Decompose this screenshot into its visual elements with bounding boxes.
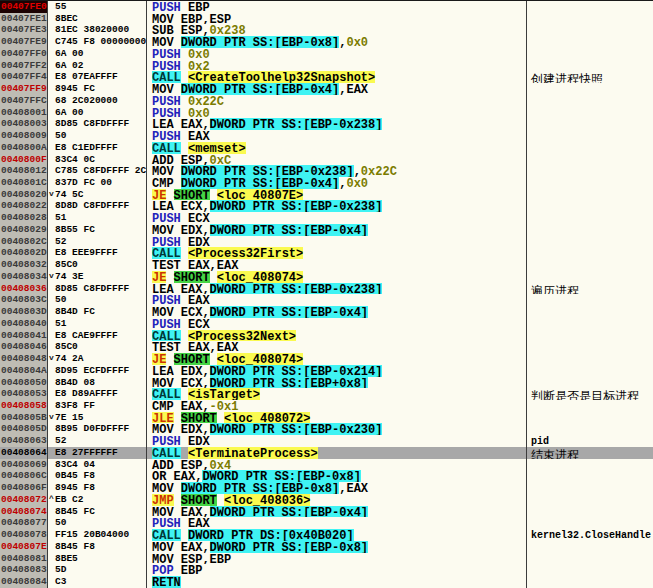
- address-cell[interactable]: 0040807E: [0, 541, 48, 553]
- asm-row[interactable]: 00407FF4E8 07EAFFFFCALL <CreateToolhelp3…: [0, 71, 653, 83]
- asm-row[interactable]: 004080038D85 C8FDFFFFLEA EAX,DWORD PTR S…: [0, 118, 653, 130]
- asm-row[interactable]: 0040807750PUSH EAX: [0, 517, 653, 529]
- asm-row[interactable]: 00408020v74 5CJE SHORT <loc_40807E>: [0, 189, 653, 201]
- address-cell[interactable]: 0040806F: [0, 482, 48, 494]
- address-cell[interactable]: 00408058: [0, 400, 48, 412]
- address-cell[interactable]: 0040806C: [0, 470, 48, 482]
- asm-row[interactable]: 0040804685C0TEST EAX,EAX: [0, 341, 653, 353]
- asm-row[interactable]: 00408064E8 27FFFFFFCALL <TerminateProces…: [0, 447, 653, 459]
- asm-row[interactable]: 0040806F8945 F8MOV DWORD PTR SS:[EBP-0x8…: [0, 482, 653, 494]
- asm-row[interactable]: 004080835DPOP EBP: [0, 564, 653, 576]
- address-cell[interactable]: 00408053: [0, 388, 48, 400]
- asm-row[interactable]: 004080228D8D C8FDFFFFLEA ECX,DWORD PTR S…: [0, 200, 653, 212]
- asm-row[interactable]: 00408034v74 3EJE SHORT <loc_408074>: [0, 271, 653, 283]
- address-cell[interactable]: 00408040: [0, 318, 48, 330]
- asm-row[interactable]: 0040800950PUSH EAX: [0, 130, 653, 142]
- asm-row[interactable]: 004080368D85 C8FDFFFFLEA EAX,DWORD PTR S…: [0, 283, 653, 295]
- asm-row[interactable]: 00407FE18BECMOV EBP,ESP: [0, 13, 653, 25]
- address-cell[interactable]: 0040800A: [0, 142, 48, 154]
- asm-row[interactable]: 0040804A8D95 ECFDFFFFLEA EDX,DWORD PTR S…: [0, 365, 653, 377]
- asm-row[interactable]: 0040803C50PUSH EAX: [0, 294, 653, 306]
- asm-row[interactable]: 0040802DE8 EEE9FFFFCALL <Process32First>: [0, 247, 653, 259]
- asm-row[interactable]: 00407FE9C745 F8 00000000MOV DWORD PTR SS…: [0, 36, 653, 48]
- address-cell[interactable]: 0040801C: [0, 177, 48, 189]
- address-cell[interactable]: 00408020: [0, 189, 48, 201]
- asm-row[interactable]: 0040805883F8 FFCMP EAX,-0x1: [0, 400, 653, 412]
- asm-row[interactable]: 0040802851PUSH ECX: [0, 212, 653, 224]
- asm-row[interactable]: 00408078FF15 20B04000CALL DWORD PTR DS:[…: [0, 529, 653, 541]
- address-cell[interactable]: 00407FF0: [0, 48, 48, 60]
- asm-row[interactable]: 004080016A 00PUSH 0x0: [0, 107, 653, 119]
- asm-row[interactable]: 0040806352PUSH EDXpid: [0, 435, 653, 447]
- address-cell[interactable]: 00407FF2: [0, 60, 48, 72]
- address-cell[interactable]: 00408032: [0, 259, 48, 271]
- asm-row[interactable]: 00408041E8 CAE9FFFFCALL <Process32Next>: [0, 330, 653, 342]
- asm-row[interactable]: 00407FE381EC 38020000SUB ESP,0x238: [0, 24, 653, 36]
- address-cell[interactable]: 00408048: [0, 353, 48, 365]
- address-cell[interactable]: 00407FFC: [0, 95, 48, 107]
- address-cell[interactable]: 00408084: [0, 576, 48, 588]
- address-cell[interactable]: 00408083: [0, 564, 48, 576]
- asm-row[interactable]: 0040802C52PUSH EDX: [0, 236, 653, 248]
- asm-row[interactable]: 0040807E8B45 F8MOV EAX,DWORD PTR SS:[EBP…: [0, 541, 653, 553]
- address-cell[interactable]: 0040805B: [0, 412, 48, 424]
- address-cell[interactable]: 00408078: [0, 529, 48, 541]
- asm-row[interactable]: 004080298B55 FCMOV EDX,DWORD PTR SS:[EBP…: [0, 224, 653, 236]
- address-cell[interactable]: 00408050: [0, 377, 48, 389]
- address-cell[interactable]: 00408029: [0, 224, 48, 236]
- address-cell[interactable]: 0040803C: [0, 294, 48, 306]
- asm-row[interactable]: 00407FF06A 00PUSH 0x0: [0, 48, 653, 60]
- address-cell[interactable]: 00408003: [0, 118, 48, 130]
- address-cell[interactable]: 0040800F: [0, 154, 48, 166]
- address-cell[interactable]: 0040805D: [0, 423, 48, 435]
- address-cell[interactable]: 00408063: [0, 435, 48, 447]
- asm-row[interactable]: 004080748B45 FCMOV EAX,DWORD PTR SS:[EBP…: [0, 506, 653, 518]
- asm-row[interactable]: 00408072^EB C2JMP SHORT <loc_408036>: [0, 494, 653, 506]
- asm-row[interactable]: 00407FFC68 2C020000PUSH 0x22C: [0, 95, 653, 107]
- address-cell[interactable]: 00407FE3: [0, 24, 48, 36]
- asm-row[interactable]: 0040800F83C4 0CADD ESP,0xC: [0, 154, 653, 166]
- address-cell[interactable]: 00407FF4: [0, 71, 48, 83]
- address-cell[interactable]: 00408041: [0, 330, 48, 342]
- asm-row[interactable]: 00407FF98945 FCMOV DWORD PTR SS:[EBP-0x4…: [0, 83, 653, 95]
- address-cell[interactable]: 00408072: [0, 494, 48, 506]
- address-cell[interactable]: 00408046: [0, 341, 48, 353]
- address-cell[interactable]: 00407FF9: [0, 83, 48, 95]
- asm-row[interactable]: 0040803D8B4D FCMOV ECX,DWORD PTR SS:[EBP…: [0, 306, 653, 318]
- address-cell[interactable]: 0040802D: [0, 247, 48, 259]
- asm-row[interactable]: 0040805Bv7E 15JLE SHORT <loc_408072>: [0, 412, 653, 424]
- asm-row[interactable]: 0040804051PUSH ECX: [0, 318, 653, 330]
- address-cell[interactable]: 00407FE1: [0, 13, 48, 25]
- address-cell[interactable]: 00407FE0: [0, 1, 48, 13]
- address-cell[interactable]: 0040802C: [0, 236, 48, 248]
- address-cell[interactable]: 0040803D: [0, 306, 48, 318]
- asm-row[interactable]: 0040805D8B95 D0FDFFFFMOV EDX,DWORD PTR S…: [0, 423, 653, 435]
- asm-row[interactable]: 0040803285C0TEST EAX,EAX: [0, 259, 653, 271]
- address-cell[interactable]: 00408074: [0, 506, 48, 518]
- address-cell[interactable]: 00407FE9: [0, 36, 48, 48]
- address-cell[interactable]: 00408012: [0, 165, 48, 177]
- address-cell[interactable]: 00408034: [0, 271, 48, 283]
- asm-row[interactable]: 0040806C0B45 F8OR EAX,DWORD PTR SS:[EBP-…: [0, 470, 653, 482]
- address-cell[interactable]: 00408001: [0, 107, 48, 119]
- asm-row[interactable]: 00408048v74 2AJE SHORT <loc_408074>: [0, 353, 653, 365]
- address-cell[interactable]: 00408028: [0, 212, 48, 224]
- asm-row[interactable]: 00408012C785 C8FDFFFF 2C020000MOV DWORD …: [0, 165, 653, 177]
- asm-row[interactable]: 00407FF26A 02PUSH 0x2: [0, 60, 653, 72]
- address-cell[interactable]: 00408036: [0, 283, 48, 295]
- asm-row[interactable]: 0040801C837D FC 00CMP DWORD PTR SS:[EBP-…: [0, 177, 653, 189]
- address-cell[interactable]: 0040804A: [0, 365, 48, 377]
- address-cell[interactable]: 00408009: [0, 130, 48, 142]
- asm-row[interactable]: 00408084C3RETN: [0, 576, 653, 588]
- asm-row[interactable]: 0040800AE8 C1EDFFFFCALL <memset>: [0, 142, 653, 154]
- address-cell[interactable]: 00408077: [0, 517, 48, 529]
- asm-row[interactable]: 004080818BE5MOV ESP,EBP: [0, 553, 653, 565]
- asm-row[interactable]: 00407FE055PUSH EBP: [0, 1, 653, 13]
- asm-row[interactable]: 00408053E8 D89AFFFFCALL <isTarget>判断是否是目…: [0, 388, 653, 400]
- address-cell[interactable]: 00408064: [0, 447, 48, 459]
- address-cell[interactable]: 00408069: [0, 459, 48, 471]
- address-cell[interactable]: 00408022: [0, 200, 48, 212]
- address-cell[interactable]: 00408081: [0, 553, 48, 565]
- asm-row[interactable]: 004080508B4D 08MOV ECX,DWORD PTR SS:[EBP…: [0, 377, 653, 389]
- asm-row[interactable]: 0040806983C4 04ADD ESP,0x4: [0, 459, 653, 471]
